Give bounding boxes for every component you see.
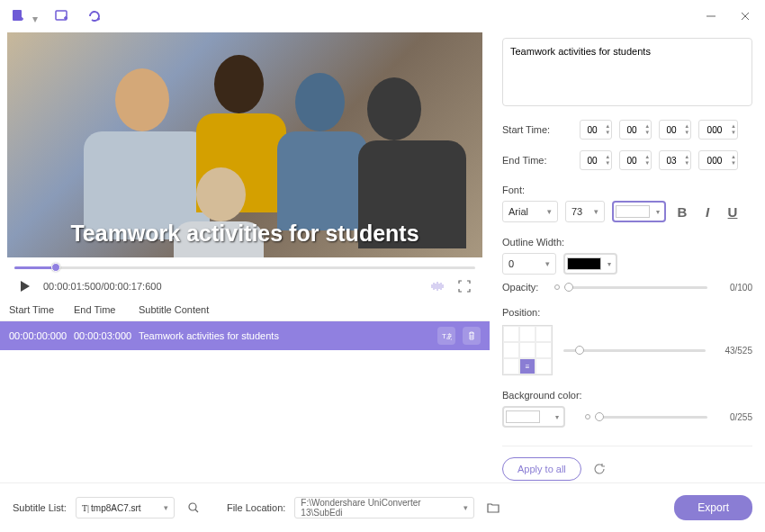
close-icon[interactable] (734, 5, 756, 27)
end-ms[interactable]: ▲▼ (698, 150, 738, 170)
timecode: 00:00:01:500/00:00:17:600 (43, 281, 162, 292)
bg-color-picker[interactable]: ▾ (502, 406, 565, 428)
start-ms[interactable]: ▲▼ (698, 120, 738, 140)
end-minutes[interactable]: ▲▼ (619, 150, 652, 170)
subtitle-table-header: Start Time End Time Subtitle Content (0, 299, 490, 321)
outline-label: Outline Width: (502, 237, 752, 248)
add-file-dropdown-icon[interactable]: ▾ (32, 13, 40, 20)
apply-all-button[interactable]: Apply to all (502, 457, 581, 481)
position-label: Position: (502, 307, 752, 318)
video-preview[interactable]: Teamwork activities for students (7, 32, 482, 257)
scrubber-thumb[interactable] (51, 263, 60, 272)
refresh-arc-icon[interactable] (85, 6, 104, 26)
subtitle-overlay: Teamwork activities for students (7, 221, 482, 247)
subtitle-file-select[interactable]: T| tmp8AC7.srt ▾ (76, 497, 175, 518)
play-icon[interactable] (16, 277, 34, 295)
opacity-value: 0/100 (716, 283, 752, 293)
position-slider[interactable] (563, 349, 706, 352)
pos-tl[interactable] (503, 326, 519, 342)
pos-mr[interactable] (536, 342, 552, 358)
video-panel: Teamwork activities for students 00:00:0… (0, 32, 490, 482)
add-window-icon[interactable] (52, 6, 72, 26)
row-content: Teamwork activities for students (139, 330, 437, 341)
opacity-slider[interactable] (569, 286, 707, 289)
underline-button[interactable]: U (724, 203, 742, 221)
add-file-icon[interactable] (9, 6, 29, 26)
position-value: 43/525 (716, 346, 752, 356)
pos-mc[interactable] (519, 342, 536, 358)
video-scrubber[interactable] (14, 261, 475, 274)
start-hours[interactable]: ▲▼ (580, 120, 612, 140)
pos-tc[interactable] (519, 326, 536, 342)
pos-br[interactable] (536, 358, 552, 374)
start-time-label: Start Time: (502, 124, 572, 135)
pos-tr[interactable] (536, 326, 552, 342)
col-end-header: End Time (74, 304, 139, 315)
row-end: 00:00:03:000 (74, 330, 139, 341)
start-minutes[interactable]: ▲▼ (619, 120, 652, 140)
svg-line-6 (195, 509, 198, 512)
outline-color-picker[interactable]: ▾ (563, 253, 617, 275)
editor-panel: Start Time: ▲▼ ▲▼ ▲▼ ▲▼ End Time: ▲▼ ▲▼ … (490, 32, 765, 482)
reset-icon[interactable] (590, 460, 608, 478)
top-toolbar: ▾ (0, 0, 765, 32)
bold-button[interactable]: B (673, 203, 691, 221)
bg-slider[interactable] (599, 416, 707, 419)
svg-text:Tあ: Tあ (442, 332, 452, 340)
opacity-min-icon (554, 284, 560, 290)
svg-point-5 (189, 503, 196, 510)
pos-ml[interactable] (503, 342, 519, 358)
end-time-label: End Time: (502, 155, 572, 166)
pos-bl[interactable] (503, 358, 519, 374)
subtitle-list-label: Subtitle List: (13, 502, 67, 513)
table-row[interactable]: 00:00:00:000 00:00:03:000 Teamwork activ… (0, 321, 490, 350)
search-icon[interactable] (184, 498, 203, 518)
footer: Subtitle List: T| tmp8AC7.srt ▾ File Loc… (0, 482, 765, 532)
bg-min-icon (585, 414, 590, 419)
font-size-select[interactable]: 73▾ (565, 201, 605, 222)
minimize-icon[interactable] (700, 5, 722, 27)
folder-icon[interactable] (483, 498, 503, 518)
bg-value: 0/255 (716, 412, 752, 422)
bg-label: Background color: (502, 390, 752, 401)
end-seconds[interactable]: ▲▼ (659, 150, 691, 170)
col-content-header: Subtitle Content (139, 304, 481, 315)
start-seconds[interactable]: ▲▼ (659, 120, 691, 140)
font-color-picker[interactable]: ▾ (612, 201, 666, 222)
subtitle-text-input[interactable] (502, 38, 752, 106)
end-hours[interactable]: ▲▼ (580, 150, 612, 170)
fullscreen-icon[interactable] (455, 277, 473, 295)
position-grid[interactable]: ≡ (502, 325, 553, 375)
pos-bc[interactable]: ≡ (519, 358, 536, 374)
col-start-header: Start Time (9, 304, 74, 315)
font-label: Font: (502, 185, 752, 195)
waveform-icon[interactable] (428, 277, 446, 295)
file-location-input[interactable]: F:\Wondershare UniConverter 13\SubEdi▾ (294, 497, 474, 518)
outline-width-select[interactable]: 0▾ (502, 253, 556, 275)
row-start: 00:00:00:000 (9, 330, 74, 341)
font-family-select[interactable]: Arial▾ (502, 201, 558, 222)
file-location-label: File Location: (227, 502, 285, 513)
delete-icon[interactable] (463, 327, 481, 345)
italic-button[interactable]: I (698, 203, 716, 221)
svg-marker-3 (21, 281, 30, 292)
translate-icon[interactable]: Tあ (437, 327, 455, 345)
export-button[interactable]: Export (674, 495, 752, 520)
opacity-label: Opacity: (502, 282, 545, 293)
